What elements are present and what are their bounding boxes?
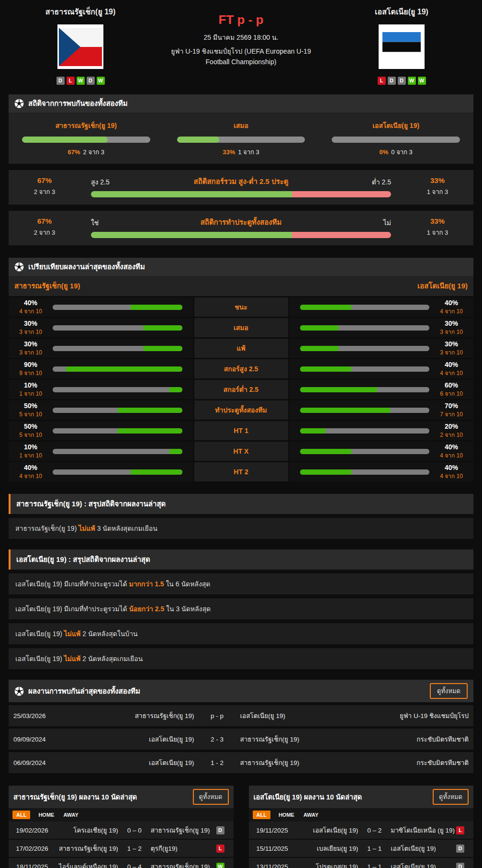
split-left-percent: 67%: [9, 176, 80, 184]
h2h-column-label: เอสโตเนีย(ยู 19): [318, 120, 473, 131]
section-title: เปรียบเทียบผลงานล่าสุดของทั้งสองทีม: [28, 261, 145, 273]
form-result-badge: W: [418, 77, 426, 85]
home-bar: [53, 387, 182, 392]
home-team-name: เอสโตเนีย(ยู 19): [293, 825, 363, 835]
match-date: 09/09/2024: [13, 736, 76, 743]
away-percent: 40%: [436, 360, 467, 369]
form-result-badge: W: [97, 77, 105, 85]
away-bar-fill: [300, 449, 352, 454]
home-count: 3 จาก 10: [15, 328, 46, 336]
away-count: 7 จาก 10: [436, 411, 467, 418]
h2h-result-row: 25/03/2026 สาธารณรัฐเช็ก(ยู 19) p - p เอ…: [9, 705, 473, 726]
away-team-name: เอสโตเนีย(ยู 19): [235, 710, 359, 721]
form-result-badge: L: [67, 77, 75, 85]
home-bar-fill: [169, 449, 182, 454]
match-date: 15/11/2025: [252, 845, 293, 852]
away-bar-fill: [300, 325, 339, 331]
home-percent: 30%: [15, 319, 46, 328]
away-percent: 30%: [436, 340, 467, 349]
away-team-name: เอสโตเนีย(ยู 19): [386, 861, 456, 868]
recent-match-row: 13/11/2025 โปรตุเกส(ยู 19) 1 – 1 เอสโตเน…: [249, 858, 474, 868]
view-all-button[interactable]: ดูทั้งหมด: [193, 789, 229, 805]
home-team-name: ไอร์แลนด์เหนือ(ยู 19): [53, 861, 123, 868]
split-right-label: ต่ำ 2.5: [372, 177, 391, 187]
filter-tab[interactable]: ALL: [12, 811, 30, 819]
match-date: 19/02/2026: [11, 827, 53, 834]
away-bar: [300, 428, 430, 434]
home-filter-tabs: ALLHOMEAWAY: [9, 808, 234, 822]
home-bar-fill: [66, 366, 182, 372]
away-bar-fill: [300, 366, 352, 372]
away-count: 3 จาก 10: [436, 328, 467, 336]
home-summary-section: สาธารณรัฐเช็ก(ยู 19) : สรุปสถิติจากผลงาน…: [9, 494, 473, 539]
home-percent: 10%: [15, 443, 46, 452]
split-left-count: 2 จาก 3: [9, 228, 80, 238]
section-title: สถิติจากการพบกันของทั้งสองทีม: [28, 98, 128, 109]
comparison-section: เปรียบเทียบผลงานล่าสุดของทั้งสองทีม สาธา…: [9, 258, 473, 481]
away-percent: 40%: [436, 443, 467, 452]
h2h-column-label: เสมอ: [164, 120, 319, 131]
match-date: 19/11/2025: [252, 827, 293, 834]
h2h-progress-fill: [177, 137, 219, 143]
comparison-metric-label: HT X: [194, 442, 288, 461]
split-bar-green: [91, 191, 292, 197]
away-last10-rows: 19/11/2025 เอสโตเนีย(ยู 19) 0 – 2 มาซิโด…: [249, 822, 474, 868]
view-all-button[interactable]: ดูทั้งหมด: [433, 789, 469, 805]
football-icon: [14, 99, 24, 108]
split-right-count: 1 จาก 3: [402, 187, 473, 197]
match-date: 13/11/2025: [252, 863, 293, 868]
summary-rows: เอสโตเนีย(ยู 19) มีเกมที่ทำประตูรวมได้ ม…: [9, 573, 473, 669]
comparison-row: 10% 1 จาก 10 HT X 40% 4 จาก 10: [9, 442, 473, 461]
comparison-row: 90% 9 จาก 10 สกอร์สูง 2.5 40% 4 จาก 10: [9, 359, 473, 378]
h2h-result-rows: 25/03/2026 สาธารณรัฐเช็ก(ยู 19) p - p เอ…: [9, 705, 473, 773]
filter-tab[interactable]: AWAY: [62, 811, 79, 819]
result-badge: W: [216, 863, 224, 868]
split-left-label: สูง 2.5: [91, 177, 110, 187]
estonia-flag-icon: [382, 32, 421, 62]
split-left-label: ใช่: [91, 217, 99, 228]
split-right-count: 1 จาก 3: [402, 228, 473, 238]
away-count: 6 จาก 10: [436, 390, 467, 398]
match-header: สาธารณรัฐเช็ก(ยู 19) DLWDW FT p - p 25 ม…: [9, 0, 473, 88]
recent-match-row: 18/11/2025 ไอร์แลนด์เหนือ(ยู 19) 0 – 4 ส…: [9, 858, 234, 868]
home-count: 5 จาก 10: [15, 431, 46, 439]
filter-tab[interactable]: AWAY: [303, 811, 319, 819]
competition-name: กระชับมิตรทีมชาติ: [359, 757, 469, 768]
summary-title: สาธารณรัฐเช็ก(ยู 19) : สรุปสถิติจากผลงาน…: [9, 494, 473, 514]
home-bar-fill: [117, 428, 182, 434]
comparison-metric-label: เสมอ: [194, 318, 288, 337]
home-team-block: สาธารณรัฐเช็ก(ยู 19) DLWDW: [9, 5, 152, 85]
home-percent: 50%: [15, 401, 46, 411]
split-bar-red: [292, 232, 391, 238]
comparison-metric-label: ชนะ: [194, 297, 288, 317]
away-bar: [300, 325, 430, 331]
comparison-metric-label: สกอร์ต่ำ 2.5: [194, 380, 288, 399]
form-result-badge: D: [87, 77, 95, 85]
match-score: 1 - 2: [200, 759, 235, 766]
recent-match-row: 17/02/2026 สาธารณรัฐเช็ก(ยู 19) 1 – 2 ตุ…: [9, 840, 234, 857]
form-result-badge: L: [378, 77, 386, 85]
away-bar-fill: [300, 469, 352, 475]
home-team-name: เอสโตเนีย(ยู 19): [76, 757, 200, 768]
home-bar-fill: [117, 408, 182, 413]
home-count: 5 จาก 10: [15, 411, 46, 418]
away-bar: [300, 387, 430, 392]
away-bar: [300, 408, 430, 413]
home-count: 9 จาก 10: [15, 369, 46, 377]
match-info: FT p - p 25 มีนาคม 2569 18:00 น. ยูฟ่า U…: [152, 5, 330, 85]
away-bar: [300, 366, 430, 372]
home-team-name: สาธารณรัฐเช็ก(ยู 19): [53, 843, 123, 854]
form-result-badge: D: [56, 77, 65, 85]
away-last10-panel: เอสโตเนีย(ยู 19) ผลงาน 10 นัดล่าสุด ดูทั…: [249, 786, 474, 868]
view-all-button[interactable]: ดูทั้งหมด: [430, 683, 468, 699]
filter-tab[interactable]: ALL: [253, 811, 270, 819]
filter-tab[interactable]: HOME: [278, 811, 295, 819]
home-bar: [53, 366, 182, 372]
h2h-result-row: 06/09/2024 เอสโตเนีย(ยู 19) 1 - 2 สาธารณ…: [9, 752, 473, 773]
match-date: 25/03/2026: [13, 712, 76, 720]
form-result-badge: D: [388, 77, 396, 85]
away-team-name: เอสโตเนีย(ยู 19): [375, 6, 428, 18]
filter-tab[interactable]: HOME: [37, 811, 55, 819]
comparison-metric-label: สกอร์สูง 2.5: [194, 359, 288, 378]
football-icon: [14, 686, 24, 696]
